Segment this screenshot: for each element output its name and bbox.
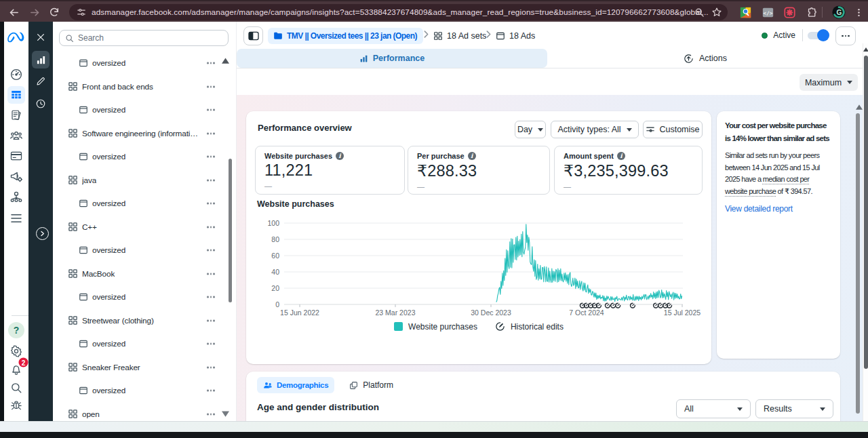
campaigns-icon[interactable] — [7, 86, 25, 104]
legend-label: Website purchases — [408, 322, 477, 332]
row-more-icon[interactable] — [201, 226, 220, 228]
customise-button[interactable]: Customise — [643, 121, 703, 138]
expand-panel-button[interactable] — [36, 227, 49, 240]
search-rail-icon[interactable] — [10, 382, 22, 394]
row-more-icon[interactable] — [201, 179, 220, 181]
zoom-out-icon[interactable] — [691, 4, 707, 20]
site-settings-icon[interactable] — [77, 7, 86, 17]
row-more-icon[interactable] — [201, 343, 220, 345]
results-dropdown[interactable]: Results — [755, 399, 833, 418]
svg-text:G: G — [836, 9, 842, 16]
tree-row-campaign[interactable]: java — [53, 169, 226, 193]
settings-gear-icon[interactable] — [10, 345, 23, 358]
tree-scroll-up-icon[interactable] — [222, 58, 229, 64]
history-clock-icon[interactable] — [35, 98, 46, 109]
tree-row-ad[interactable]: oversized — [53, 192, 226, 216]
tree-row-campaign[interactable]: Streetwear (clothing) — [53, 309, 226, 333]
address-bar[interactable]: adsmanager.facebook.com/adsmanager/manag… — [69, 4, 728, 20]
row-more-icon[interactable] — [201, 413, 220, 415]
report-bug-icon[interactable] — [10, 399, 22, 412]
tree-scrollbar[interactable] — [229, 159, 232, 302]
insights-chart-icon[interactable] — [32, 51, 50, 68]
tree-row-campaign[interactable]: Software engineering (information t... — [53, 122, 226, 146]
extensions-puzzle-icon[interactable] — [804, 4, 820, 20]
browser-profile-icon[interactable]: G — [831, 4, 847, 20]
row-more-icon[interactable] — [201, 132, 220, 134]
notifications-bell-icon[interactable]: 2 — [10, 363, 23, 376]
extension-seo-icon[interactable] — [737, 4, 753, 20]
tree-row-ad[interactable]: oversized — [53, 52, 226, 75]
tab-platform[interactable]: Platform — [344, 377, 399, 393]
tree-row-ad[interactable]: oversized — [53, 239, 226, 262]
row-more-icon[interactable] — [201, 250, 220, 252]
toolbar-separator — [822, 7, 823, 18]
tree-row-ad[interactable]: oversized — [53, 98, 226, 122]
tree-row-campaign[interactable]: C++ — [53, 216, 226, 239]
reload-icon[interactable] — [46, 4, 62, 20]
forward-icon[interactable] — [26, 4, 43, 20]
tree-row-ad[interactable]: oversized — [53, 332, 226, 356]
tree-row-campaign[interactable]: Sneaker Freaker — [53, 356, 226, 380]
breadcrumb-ads[interactable]: 18 Ads — [496, 28, 535, 44]
edit-pencil-icon[interactable] — [36, 77, 46, 87]
breakdown-all-dropdown[interactable]: All — [676, 399, 751, 418]
row-more-icon[interactable] — [201, 319, 220, 321]
active-toggle[interactable] — [808, 32, 828, 39]
content-scrollbar[interactable] — [856, 113, 860, 414]
more-options-button[interactable] — [835, 26, 856, 45]
day-dropdown[interactable]: Day — [515, 121, 546, 138]
tab-actions[interactable]: Actions — [547, 49, 863, 68]
tab-demographics[interactable]: Demographics — [257, 377, 334, 393]
info-icon[interactable]: i — [336, 152, 344, 160]
campaign-grid-icon — [68, 175, 78, 185]
meta-logo[interactable] — [7, 33, 25, 43]
bookmark-star-icon[interactable] — [709, 4, 725, 20]
ads-reporting-icon[interactable] — [10, 109, 22, 121]
advertising-settings-icon[interactable] — [9, 170, 23, 183]
row-more-icon[interactable] — [201, 203, 220, 205]
collapse-sidebar-button[interactable] — [243, 26, 263, 45]
billing-icon[interactable] — [10, 150, 23, 163]
scrollbar-thumb[interactable] — [864, 56, 868, 369]
scrollbar-up-icon[interactable] — [863, 47, 868, 52]
business-tools-icon[interactable] — [9, 190, 23, 203]
back-icon[interactable] — [5, 4, 22, 20]
account-overview-icon[interactable] — [10, 68, 23, 81]
row-more-icon[interactable] — [201, 109, 220, 111]
tree-row-campaign[interactable]: Front and back ends — [53, 75, 226, 99]
legend-label: Historical edits — [511, 322, 564, 332]
extension-red-icon[interactable] — [781, 4, 797, 20]
tree-row-campaign[interactable]: open — [53, 403, 226, 422]
meta-nav-rail: ? 2 — [4, 22, 28, 421]
content-scroll-up-icon[interactable] — [856, 104, 863, 110]
row-more-icon[interactable] — [201, 156, 220, 158]
tree-search-input[interactable]: Search — [59, 30, 229, 46]
more-menu-icon[interactable] — [10, 214, 22, 223]
tree-row-campaign[interactable]: MacBook — [53, 262, 226, 286]
row-more-icon[interactable] — [201, 273, 220, 275]
tree-row-ad[interactable]: oversized — [53, 379, 226, 403]
row-more-icon[interactable] — [201, 366, 220, 368]
extension-code-icon[interactable]: </> — [760, 4, 776, 20]
tab-performance[interactable]: Performance — [237, 49, 547, 68]
row-more-icon[interactable] — [201, 296, 220, 298]
maximum-dropdown[interactable]: Maximum — [800, 74, 858, 91]
breadcrumb-campaign[interactable]: TMV || Oversized tees || 23 jan (Open) — [268, 28, 423, 44]
tree-scroll-down-icon[interactable] — [222, 411, 229, 417]
row-more-icon[interactable] — [201, 85, 220, 87]
close-icon[interactable] — [36, 33, 46, 43]
campaign-tree-panel: Search oversized Front and back ends ove… — [53, 22, 236, 421]
info-icon[interactable]: i — [617, 152, 625, 160]
row-more-icon[interactable] — [201, 62, 220, 64]
page-scrollbar[interactable] — [863, 43, 868, 421]
breadcrumb-adsets[interactable]: 18 Ad sets — [433, 28, 486, 44]
audiences-icon[interactable] — [9, 129, 23, 142]
help-icon[interactable]: ? — [8, 322, 24, 338]
tree-row-ad[interactable]: oversized — [53, 285, 226, 309]
tree-row-ad[interactable]: oversized — [53, 145, 226, 169]
activity-types-dropdown[interactable]: Activity types: All — [551, 121, 639, 138]
row-more-icon[interactable] — [201, 390, 220, 392]
view-detailed-report-link[interactable]: View detailed report — [725, 204, 832, 214]
browser-menu-icon[interactable] — [850, 4, 867, 20]
info-icon[interactable]: i — [468, 152, 476, 160]
